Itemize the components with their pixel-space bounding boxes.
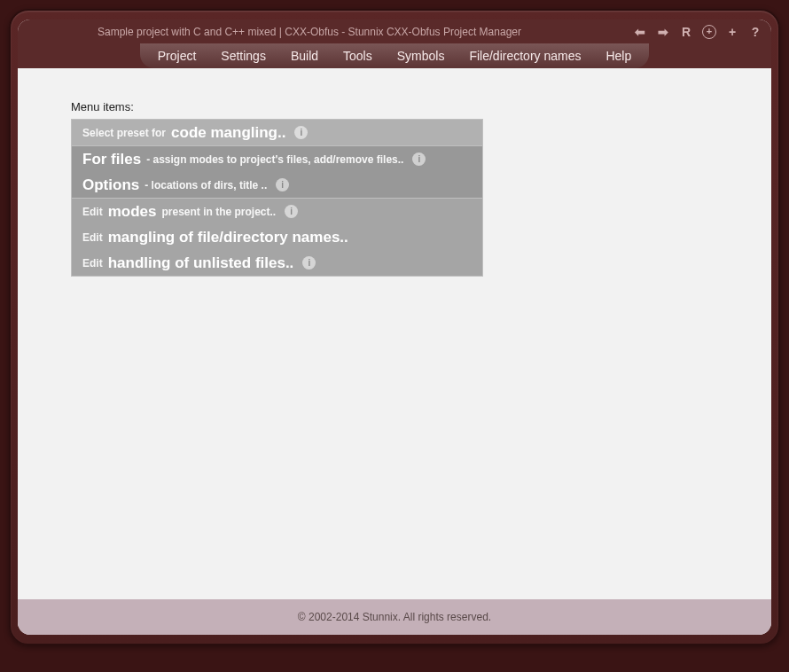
menu-group-1: Select preset for code mangling.. i xyxy=(71,119,483,146)
row-edit-unlisted[interactable]: Edit handling of unlisted files.. i xyxy=(72,250,482,276)
reload-icon[interactable]: R xyxy=(679,25,693,39)
row-main: Options xyxy=(82,176,139,194)
plus-icon[interactable]: + xyxy=(725,25,739,39)
forward-icon[interactable]: ➡ xyxy=(656,25,670,39)
row-prefix: Edit xyxy=(82,206,103,218)
menu-symbols[interactable]: Symbols xyxy=(397,49,445,63)
info-icon[interactable]: i xyxy=(294,126,308,139)
info-icon[interactable]: i xyxy=(285,205,298,218)
menu-group-3: Edit modes present in the project.. i Ed… xyxy=(71,199,483,277)
title-controls: ⬅ ➡ R + + ? xyxy=(633,25,762,39)
menu-tools[interactable]: Tools xyxy=(343,49,372,63)
row-prefix: Select preset for xyxy=(82,127,166,139)
row-edit-modes[interactable]: Edit modes present in the project.. i xyxy=(72,199,482,224)
footer: © 2002-2014 Stunnix. All rights reserved… xyxy=(18,599,771,635)
window-content: Sample project with C and C++ mixed | CX… xyxy=(18,20,771,635)
menu-bar: Project Settings Build Tools Symbols Fil… xyxy=(18,43,771,68)
info-icon[interactable]: i xyxy=(276,178,289,191)
row-main: handling of unlisted files.. xyxy=(108,254,294,272)
row-desc: - locations of dirs, title .. xyxy=(145,179,267,191)
row-edit-mangling[interactable]: Edit mangling of file/directory names.. xyxy=(72,224,482,250)
row-main: code mangling.. xyxy=(171,124,285,142)
row-desc: - assign modes to project's files, add/r… xyxy=(146,153,403,166)
menu-filedir[interactable]: File/directory names xyxy=(469,49,581,63)
menu-help[interactable]: Help xyxy=(605,49,631,63)
row-desc: present in the project.. xyxy=(161,206,276,218)
row-main: For files xyxy=(82,151,141,168)
menu-project[interactable]: Project xyxy=(158,49,197,63)
row-select-preset[interactable]: Select preset for code mangling.. i xyxy=(72,120,482,145)
window-frame: Sample project with C and C++ mixed | CX… xyxy=(9,9,780,645)
row-for-files[interactable]: For files - assign modes to project's fi… xyxy=(72,146,482,172)
row-prefix: Edit xyxy=(82,257,103,270)
zoom-icon[interactable]: + xyxy=(702,25,716,39)
row-main: mangling of file/directory names.. xyxy=(108,229,348,246)
back-icon[interactable]: ⬅ xyxy=(633,25,647,39)
row-main: modes xyxy=(108,203,157,221)
info-icon[interactable]: i xyxy=(412,152,426,166)
info-icon[interactable]: i xyxy=(302,256,316,270)
window-title: Sample project with C and C++ mixed | CX… xyxy=(98,26,633,38)
footer-text: © 2002-2014 Stunnix. All rights reserved… xyxy=(298,611,491,623)
menu-items-heading: Menu items: xyxy=(71,100,718,113)
menu-group-2: For files - assign modes to project's fi… xyxy=(71,146,483,199)
row-prefix: Edit xyxy=(82,231,103,244)
content-area: Menu items: Select preset for code mangl… xyxy=(18,68,771,599)
menu-settings[interactable]: Settings xyxy=(221,49,266,63)
menu-tabs: Project Settings Build Tools Symbols Fil… xyxy=(140,43,650,68)
title-bar: Sample project with C and C++ mixed | CX… xyxy=(18,20,771,43)
menu-build[interactable]: Build xyxy=(291,49,318,63)
menu-list: Select preset for code mangling.. i For … xyxy=(71,119,483,277)
row-options[interactable]: Options - locations of dirs, title .. i xyxy=(72,172,482,198)
help-icon[interactable]: ? xyxy=(748,25,762,39)
